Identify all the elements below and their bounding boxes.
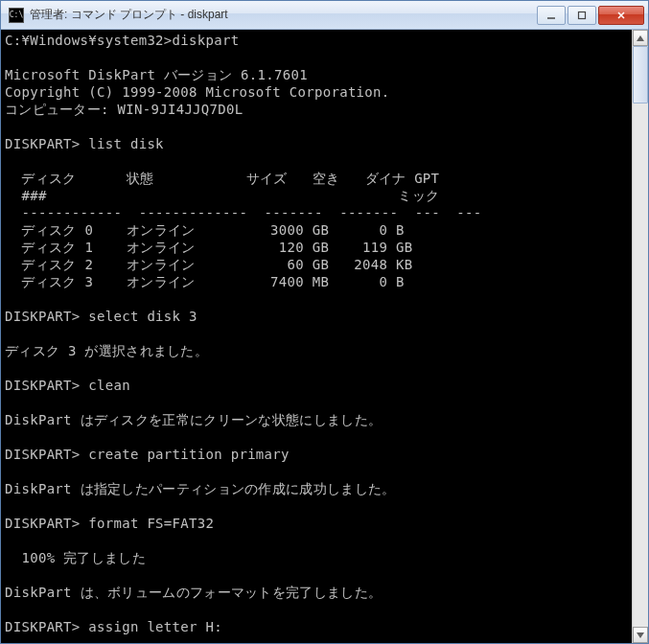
close-icon bbox=[616, 11, 626, 20]
chevron-up-icon bbox=[637, 35, 644, 41]
terminal-output[interactable]: C:¥Windows¥system32>diskpart Microsoft D… bbox=[1, 30, 632, 643]
chevron-down-icon bbox=[637, 632, 644, 638]
titlebar[interactable]: C:\ 管理者: コマンド プロンプト - diskpart bbox=[1, 1, 648, 30]
scroll-down-button[interactable] bbox=[633, 627, 648, 643]
scroll-thumb[interactable] bbox=[633, 46, 648, 104]
window-controls bbox=[535, 6, 644, 25]
maximize-icon bbox=[577, 11, 587, 20]
close-button[interactable] bbox=[598, 6, 644, 25]
minimize-icon bbox=[546, 11, 556, 20]
svg-marker-4 bbox=[637, 35, 644, 41]
content-area: C:¥Windows¥system32>diskpart Microsoft D… bbox=[1, 30, 648, 643]
svg-rect-1 bbox=[579, 12, 586, 18]
app-icon: C:\ bbox=[9, 8, 24, 23]
scroll-up-button[interactable] bbox=[633, 30, 648, 46]
svg-marker-5 bbox=[637, 632, 644, 638]
minimize-button[interactable] bbox=[537, 6, 566, 25]
window-title: 管理者: コマンド プロンプト - diskpart bbox=[30, 7, 535, 23]
maximize-button[interactable] bbox=[568, 6, 596, 25]
command-prompt-window: C:\ 管理者: コマンド プロンプト - diskpart C:¥Window… bbox=[0, 0, 649, 644]
vertical-scrollbar[interactable] bbox=[632, 30, 648, 643]
scroll-track[interactable] bbox=[633, 46, 648, 627]
